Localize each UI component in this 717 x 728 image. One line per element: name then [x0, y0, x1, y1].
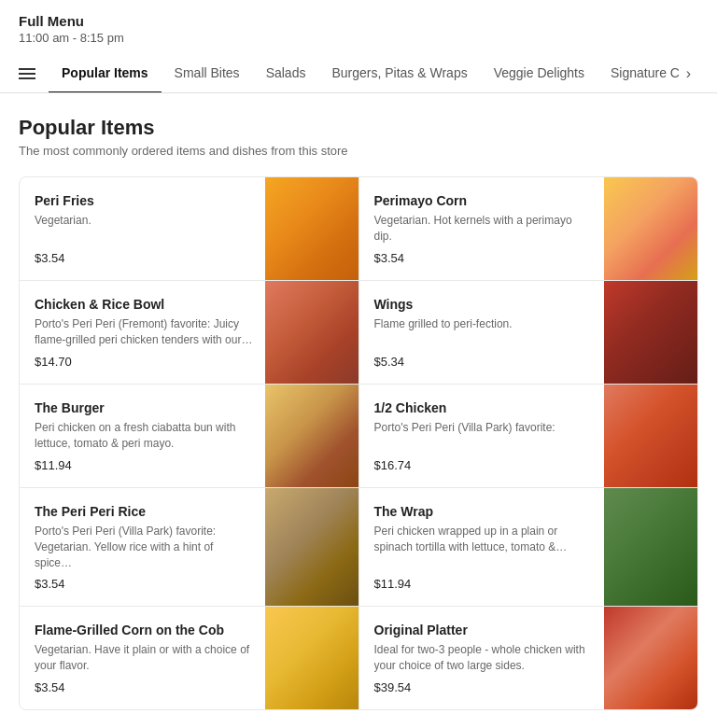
items-grid: Peri Fries Vegetarian. $3.54 Perimayo Co… — [19, 176, 698, 710]
item-info: Peri Fries Vegetarian. $3.54 — [20, 177, 265, 280]
item-image — [265, 385, 358, 487]
item-name: 1/2 Chicken — [374, 399, 594, 416]
item-image — [265, 488, 358, 606]
item-card[interactable]: The Peri Peri Rice Porto's Peri Peri (Vi… — [20, 488, 358, 606]
item-card[interactable]: Peri Fries Vegetarian. $3.54 — [20, 177, 358, 280]
item-desc: Flame grilled to peri-fection. — [374, 316, 594, 349]
item-price: $14.70 — [35, 355, 254, 369]
item-card[interactable]: Flame-Grilled Corn on the Cob Vegetarian… — [20, 607, 358, 709]
item-card[interactable]: The Burger Peri chicken on a fresh ciaba… — [20, 385, 358, 487]
item-card[interactable]: The Wrap Peri chicken wrapped up in a pl… — [359, 488, 698, 606]
item-name: The Wrap — [374, 503, 594, 520]
section-subtitle: The most commonly ordered items and dish… — [19, 144, 698, 158]
item-price: $16.74 — [374, 458, 594, 472]
nav-tab-veggie-delights[interactable]: Veggie Delights — [481, 54, 598, 92]
item-image — [604, 177, 697, 280]
item-desc: Vegetarian. Hot kernels with a perimayo … — [374, 213, 594, 245]
item-name: Chicken & Rice Bowl — [35, 296, 254, 313]
item-image — [265, 177, 358, 280]
item-name: Flame-Grilled Corn on the Cob — [35, 622, 254, 638]
item-desc: Porto's Peri Peri (Villa Park) favorite:… — [35, 524, 254, 570]
item-price: $5.34 — [374, 355, 594, 369]
item-price: $3.54 — [374, 251, 594, 265]
item-price: $39.54 — [374, 680, 594, 694]
nav-tab-burgers--pitas---wraps[interactable]: Burgers, Pitas & Wraps — [318, 54, 480, 92]
item-desc: Vegetarian. — [35, 213, 254, 245]
item-image — [604, 281, 697, 384]
item-image — [604, 385, 697, 487]
item-name: Wings — [374, 296, 594, 313]
item-name: Original Platter — [374, 622, 594, 638]
menu-icon[interactable] — [19, 68, 35, 79]
item-desc: Vegetarian. Have it plain or with a choi… — [35, 642, 254, 675]
category-nav: Popular ItemsSmall BitesSaladsBurgers, P… — [0, 54, 717, 93]
full-menu-title: Full Menu — [19, 13, 698, 29]
nav-arrow[interactable]: › — [679, 58, 698, 90]
item-price: $11.94 — [35, 458, 254, 472]
item-image — [604, 488, 697, 606]
item-price: $3.54 — [35, 251, 254, 265]
item-name: The Burger — [35, 399, 254, 416]
item-price: $3.54 — [35, 577, 254, 591]
item-image — [604, 607, 697, 709]
item-name: The Peri Peri Rice — [35, 503, 254, 520]
nav-tab-salads[interactable]: Salads — [253, 54, 319, 92]
item-info: Original Platter Ideal for two-3 people … — [359, 607, 605, 709]
item-card[interactable]: Chicken & Rice Bowl Porto's Peri Peri (F… — [20, 281, 358, 384]
nav-tab-signature-chicken[interactable]: Signature Chicken — [598, 54, 679, 92]
item-info: Flame-Grilled Corn on the Cob Vegetarian… — [20, 607, 265, 709]
section-title: Popular Items — [19, 116, 698, 140]
item-info: 1/2 Chicken Porto's Peri Peri (Villa Par… — [359, 385, 605, 487]
item-info: The Burger Peri chicken on a fresh ciaba… — [20, 385, 265, 487]
header: Full Menu 11:00 am - 8:15 pm — [0, 0, 717, 45]
item-desc: Porto's Peri Peri (Villa Park) favorite: — [374, 420, 594, 453]
item-info: Wings Flame grilled to peri-fection. $5.… — [359, 281, 605, 384]
item-desc: Peri chicken on a fresh ciabatta bun wit… — [35, 420, 254, 453]
hours-text: 11:00 am - 8:15 pm — [19, 31, 698, 45]
section-header: Popular Items The most commonly ordered … — [0, 93, 717, 161]
item-name: Peri Fries — [35, 192, 254, 209]
item-card[interactable]: 1/2 Chicken Porto's Peri Peri (Villa Par… — [359, 385, 698, 487]
item-card[interactable]: Wings Flame grilled to peri-fection. $5.… — [359, 281, 698, 384]
item-image — [265, 607, 358, 709]
nav-tab-popular-items[interactable]: Popular Items — [49, 54, 162, 92]
item-image — [265, 281, 358, 384]
item-info: Chicken & Rice Bowl Porto's Peri Peri (F… — [20, 281, 265, 384]
item-name: Perimayo Corn — [374, 192, 594, 209]
item-desc: Peri chicken wrapped up in a plain or sp… — [374, 524, 594, 570]
nav-tabs: Popular ItemsSmall BitesSaladsBurgers, P… — [49, 54, 679, 92]
item-info: The Peri Peri Rice Porto's Peri Peri (Vi… — [20, 488, 265, 606]
item-price: $3.54 — [35, 680, 254, 694]
item-card[interactable]: Original Platter Ideal for two-3 people … — [359, 607, 698, 709]
item-info: The Wrap Peri chicken wrapped up in a pl… — [359, 488, 605, 606]
item-price: $11.94 — [374, 577, 594, 591]
item-desc: Ideal for two-3 people - whole chicken w… — [374, 642, 594, 675]
item-info: Perimayo Corn Vegetarian. Hot kernels wi… — [359, 177, 605, 280]
nav-tab-small-bites[interactable]: Small Bites — [162, 54, 253, 92]
item-card[interactable]: Perimayo Corn Vegetarian. Hot kernels wi… — [359, 177, 698, 280]
item-desc: Porto's Peri Peri (Fremont) favorite: Ju… — [35, 316, 254, 349]
